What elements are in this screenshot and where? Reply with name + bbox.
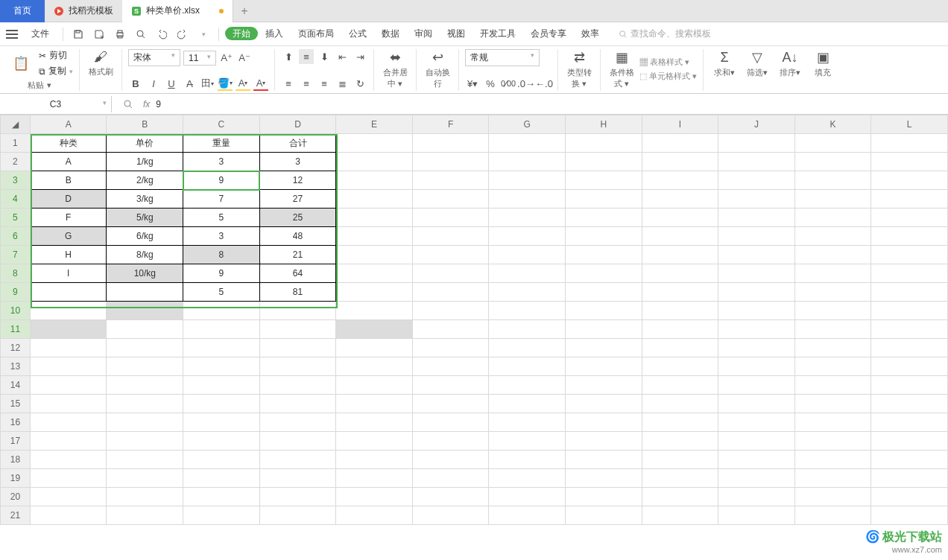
formula-input[interactable]: 9 <box>156 99 161 109</box>
cell-K8[interactable] <box>794 264 871 283</box>
cell-A4[interactable]: D <box>30 190 107 209</box>
cell-E3[interactable] <box>336 171 413 190</box>
col-header-E[interactable]: E <box>336 115 413 134</box>
sum-button[interactable]: Σ求和▾ <box>710 50 739 78</box>
cell-B15[interactable] <box>107 395 183 413</box>
cell-K2[interactable] <box>794 153 871 171</box>
font-color-button[interactable]: A▾ <box>253 76 268 91</box>
cell-K7[interactable] <box>794 246 871 264</box>
cell-F17[interactable] <box>412 432 489 451</box>
decrease-decimal-button[interactable]: ←.0 <box>537 76 552 91</box>
cell-F10[interactable] <box>412 302 489 320</box>
menu-会员专享[interactable]: 会员专享 <box>523 25 574 42</box>
cell-G12[interactable] <box>489 339 566 357</box>
cell-H12[interactable] <box>566 339 642 357</box>
cell-G21[interactable] <box>489 506 566 525</box>
cell-I19[interactable] <box>642 469 718 488</box>
cell-I21[interactable] <box>642 506 718 525</box>
cell-J15[interactable] <box>718 395 795 413</box>
cell-G7[interactable] <box>489 246 566 264</box>
cell-D18[interactable] <box>259 451 336 469</box>
cell-I11[interactable] <box>642 320 718 339</box>
cell-E2[interactable] <box>336 153 413 171</box>
cell-H2[interactable] <box>566 153 642 171</box>
fill-color-button[interactable]: 🪣▾ <box>218 76 233 91</box>
cell-I1[interactable] <box>642 134 718 153</box>
cell-A21[interactable] <box>30 506 107 525</box>
cell-L7[interactable] <box>871 246 948 264</box>
type-convert-button[interactable]: ⇄类型转换 ▾ <box>564 49 594 89</box>
cell-C12[interactable] <box>183 339 260 357</box>
col-header-L[interactable]: L <box>871 115 948 134</box>
cell-D11[interactable] <box>259 320 336 339</box>
cell-B19[interactable] <box>107 469 183 488</box>
menu-页面布局[interactable]: 页面布局 <box>291 25 341 42</box>
cell-J7[interactable] <box>718 246 795 264</box>
cell-C7[interactable]: 8 <box>183 246 260 264</box>
cell-L13[interactable] <box>871 357 948 376</box>
cell-I6[interactable] <box>642 227 718 246</box>
cell-H11[interactable] <box>566 320 642 339</box>
cell-G13[interactable] <box>489 357 566 376</box>
cell-H19[interactable] <box>566 469 642 488</box>
sort-button[interactable]: A↓排序▾ <box>775 50 805 78</box>
cell-D3[interactable]: 12 <box>259 171 336 190</box>
cell-E16[interactable] <box>336 413 413 432</box>
row-header-9[interactable]: 9 <box>1 283 31 302</box>
cell-B8[interactable]: 10/kg <box>107 264 183 283</box>
cell-F20[interactable] <box>412 488 489 506</box>
cell-H13[interactable] <box>566 357 642 376</box>
cell-I13[interactable] <box>642 357 718 376</box>
cell-K9[interactable] <box>794 283 871 302</box>
cell-G5[interactable] <box>489 209 566 227</box>
cell-K11[interactable] <box>794 320 871 339</box>
cell-C6[interactable]: 3 <box>183 227 260 246</box>
cell-J16[interactable] <box>718 413 795 432</box>
cell-F13[interactable] <box>412 357 489 376</box>
cell-I20[interactable] <box>642 488 718 506</box>
paste-button[interactable]: 📋 <box>6 55 36 71</box>
row-header-18[interactable]: 18 <box>1 451 31 469</box>
dropdown-icon[interactable]: ▾ <box>197 28 210 41</box>
cell-J1[interactable] <box>718 134 795 153</box>
cell-I18[interactable] <box>642 451 718 469</box>
bold-button[interactable]: B <box>128 76 143 91</box>
indent-decrease-button[interactable]: ⇤ <box>335 49 350 64</box>
cell-C2[interactable]: 3 <box>183 153 260 171</box>
cell-B4[interactable]: 3/kg <box>107 190 183 209</box>
cell-L12[interactable] <box>871 339 948 357</box>
cell-D1[interactable]: 合计 <box>259 134 336 153</box>
cell-E1[interactable] <box>336 134 413 153</box>
cell-H5[interactable] <box>566 209 642 227</box>
align-bottom-button[interactable]: ⬇ <box>317 49 332 64</box>
menu-效率[interactable]: 效率 <box>574 25 607 42</box>
cell-I17[interactable] <box>642 432 718 451</box>
row-header-2[interactable]: 2 <box>1 153 31 171</box>
cell-F1[interactable] <box>412 134 489 153</box>
cell-J19[interactable] <box>718 469 795 488</box>
format-painter-button[interactable]: 🖌 格式刷 <box>86 49 116 77</box>
cell-C10[interactable] <box>183 302 260 320</box>
row-header-11[interactable]: 11 <box>1 320 31 339</box>
menu-file[interactable]: 文件 <box>24 25 57 43</box>
cell-C20[interactable] <box>183 488 260 506</box>
fx-icon[interactable]: fx <box>143 99 150 109</box>
cell-A11[interactable] <box>30 320 107 339</box>
cell-C16[interactable] <box>183 413 260 432</box>
cell-K12[interactable] <box>794 339 871 357</box>
cell-H3[interactable] <box>566 171 642 190</box>
cell-J6[interactable] <box>718 227 795 246</box>
cell-K10[interactable] <box>794 302 871 320</box>
align-top-button[interactable]: ⬆ <box>281 49 296 64</box>
row-header-16[interactable]: 16 <box>1 413 31 432</box>
cell-J18[interactable] <box>718 451 795 469</box>
cell-B20[interactable] <box>107 488 183 506</box>
cell-A10[interactable] <box>30 302 107 320</box>
cell-L9[interactable] <box>871 283 948 302</box>
cell-J14[interactable] <box>718 376 795 395</box>
cell-A19[interactable] <box>30 469 107 488</box>
align-left-button[interactable]: ≡ <box>281 76 296 91</box>
cell-J12[interactable] <box>718 339 795 357</box>
cell-L6[interactable] <box>871 227 948 246</box>
cell-F3[interactable] <box>412 171 489 190</box>
